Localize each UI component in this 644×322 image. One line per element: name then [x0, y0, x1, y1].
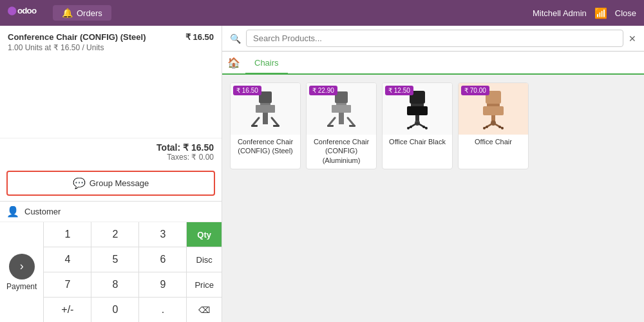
header-right: Mitchell Admin 📶 Close: [533, 7, 636, 19]
user-name: Mitchell Admin: [533, 8, 587, 18]
search-icon: 🔍: [230, 33, 241, 44]
payment-button[interactable]: › Payment: [0, 222, 43, 322]
svg-point-27: [407, 127, 410, 129]
left-panel: Conference Chair (CONFIG) (Steel) ₹ 16.5…: [0, 26, 222, 322]
product-card[interactable]: ₹ 12.50: [382, 82, 453, 169]
item-name: Conference Chair (CONFIG) (Steel): [8, 32, 146, 42]
tab-chairs[interactable]: Chairs: [245, 53, 288, 74]
svg-line-14: [328, 118, 335, 126]
numpad-7[interactable]: 7: [44, 272, 91, 297]
app-header: odoo 🔔 Orders Mitchell Admin 📶 Close: [0, 0, 644, 26]
svg-rect-20: [407, 106, 428, 115]
svg-rect-4: [256, 105, 275, 113]
customer-icon: 👤: [6, 205, 19, 218]
disc-button[interactable]: Disc: [187, 247, 222, 272]
svg-rect-3: [260, 103, 270, 105]
svg-rect-9: [273, 125, 279, 127]
price-badge-1: ₹ 16.50: [233, 86, 261, 95]
product-name-3: Office Chair Black: [383, 135, 452, 150]
svg-point-29: [410, 126, 412, 128]
bell-icon: 🔔: [62, 8, 73, 18]
numpad-plusminus[interactable]: +/-: [44, 298, 91, 322]
search-bar: 🔍 ✕: [222, 26, 644, 52]
svg-text:odoo: odoo: [17, 6, 37, 15]
numpad-grid: › Payment 1 2 3 Qty 4 5 6 Disc 7 8 9 Pri…: [0, 222, 222, 322]
qty-button[interactable]: Qty: [187, 222, 222, 247]
price-button[interactable]: Price: [187, 272, 222, 297]
close-button[interactable]: Close: [615, 8, 636, 18]
product-image-3: ₹ 12.50: [383, 83, 452, 135]
svg-point-30: [422, 126, 425, 128]
numpad-8[interactable]: 8: [91, 272, 138, 297]
svg-point-42: [486, 126, 488, 128]
orders-label: Orders: [77, 8, 102, 18]
home-icon[interactable]: 🏠: [227, 57, 240, 69]
numpad-decimal[interactable]: .: [139, 298, 186, 322]
numpad-5[interactable]: 5: [91, 247, 138, 272]
tax-line: Taxes: ₹ 0.00: [8, 153, 214, 162]
orders-button[interactable]: 🔔 Orders: [53, 5, 111, 21]
product-name-4: Office Chair: [459, 135, 528, 150]
svg-rect-16: [327, 125, 334, 127]
numpad-3[interactable]: 3: [139, 222, 186, 247]
price-badge-3: ₹ 12.50: [385, 86, 413, 95]
product-name-2: Conference Chair(CONFIG) (Aluminium): [307, 135, 376, 169]
main-layout: Conference Chair (CONFIG) (Steel) ₹ 16.5…: [0, 26, 644, 322]
product-name-1: Conference Chair(CONFIG) (Steel): [231, 135, 300, 160]
svg-point-40: [483, 127, 486, 129]
group-message-button[interactable]: 💬 Group Message: [6, 171, 215, 196]
payment-label: Payment: [6, 282, 37, 291]
category-tabs: 🏠 Chairs: [222, 52, 644, 75]
product-card[interactable]: ₹ 70.00: [458, 82, 529, 169]
svg-rect-11: [336, 103, 346, 105]
search-clear-button[interactable]: ✕: [629, 33, 636, 44]
svg-rect-19: [411, 104, 424, 106]
numpad-0[interactable]: 0: [91, 298, 138, 322]
numpad-9[interactable]: 9: [139, 272, 186, 297]
products-area: ₹ 16.50 Conference Chair(CONFIG) (Steel): [222, 75, 644, 322]
svg-line-6: [252, 118, 259, 126]
numpad-2[interactable]: 2: [91, 222, 138, 247]
item-price: ₹ 16.50: [185, 32, 214, 42]
product-image-1: ₹ 16.50: [231, 83, 300, 135]
svg-point-41: [501, 127, 504, 129]
whatsapp-icon: 💬: [73, 177, 86, 189]
svg-rect-17: [349, 125, 355, 127]
totals-section: Total: ₹ 16.50 Taxes: ₹ 0.00: [0, 138, 222, 166]
svg-point-43: [498, 126, 501, 128]
price-badge-4: ₹ 70.00: [461, 86, 489, 95]
product-card[interactable]: ₹ 16.50 Conference Chair(CONFIG) (Steel): [230, 82, 301, 169]
numpad-4[interactable]: 4: [44, 247, 91, 272]
numpad-6[interactable]: 6: [139, 247, 186, 272]
svg-rect-13: [339, 113, 344, 124]
svg-line-15: [348, 118, 354, 126]
svg-rect-12: [332, 105, 351, 113]
backspace-button[interactable]: ⌫: [187, 298, 222, 322]
numpad-section: 👤 Customer › Payment 1 2 3 Qty 4 5 6 Dis…: [0, 201, 222, 322]
svg-point-0: [8, 6, 16, 15]
svg-rect-33: [483, 106, 504, 115]
svg-line-7: [272, 118, 278, 126]
numpad-1[interactable]: 1: [44, 222, 91, 247]
product-card[interactable]: ₹ 22.90 Conference Chair(CONFIG) (Alumin…: [306, 82, 377, 169]
total-line: Total: ₹ 16.50: [8, 142, 214, 153]
svg-rect-5: [263, 113, 268, 124]
wifi-icon: 📶: [594, 7, 607, 19]
customer-label: Customer: [24, 207, 215, 216]
right-panel: 🔍 ✕ 🏠 Chairs ₹ 16.50: [222, 26, 644, 322]
svg-rect-32: [487, 104, 500, 106]
product-image-2: ₹ 22.90: [307, 83, 376, 135]
search-input[interactable]: [246, 30, 623, 47]
payment-arrow-icon: ›: [9, 254, 35, 279]
item-detail: 1.00 Units at ₹ 16.50 / Units: [8, 43, 214, 52]
svg-point-28: [425, 127, 428, 129]
svg-rect-8: [251, 125, 258, 127]
odoo-logo: odoo: [8, 4, 40, 22]
customer-row[interactable]: 👤 Customer: [0, 202, 222, 222]
price-badge-2: ₹ 22.90: [309, 86, 337, 95]
product-image-4: ₹ 70.00: [459, 83, 528, 135]
group-message-label: Group Message: [90, 178, 149, 188]
order-item: Conference Chair (CONFIG) (Steel) ₹ 16.5…: [8, 32, 214, 42]
order-items: Conference Chair (CONFIG) (Steel) ₹ 16.5…: [0, 26, 222, 138]
